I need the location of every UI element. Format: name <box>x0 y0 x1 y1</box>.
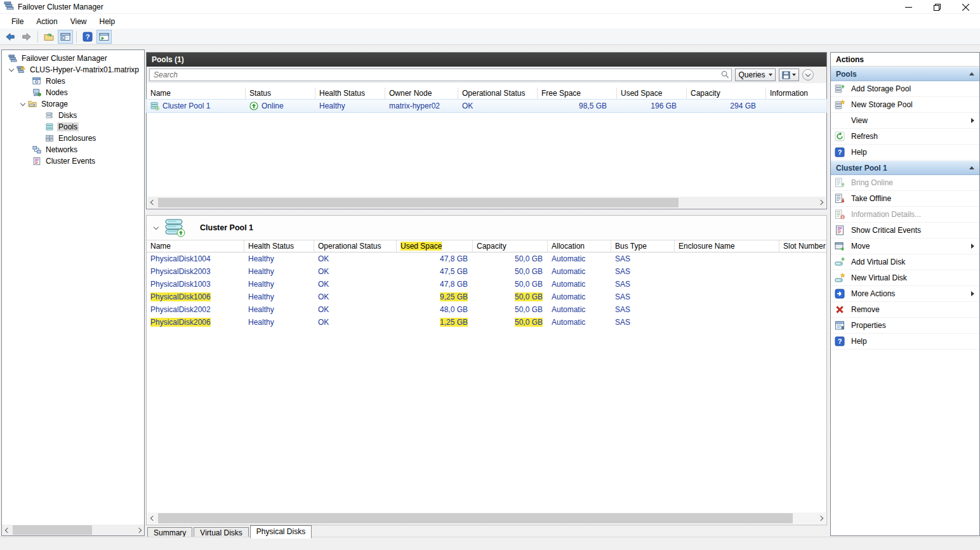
collapse-icon[interactable] <box>154 224 159 229</box>
export-list-button[interactable] <box>41 30 56 44</box>
column-header-bus-type[interactable]: Bus Type <box>611 240 675 252</box>
column-header-capacity[interactable]: Capacity <box>687 88 766 100</box>
scrollbar-thumb[interactable] <box>158 198 679 207</box>
action-help-pools[interactable]: ? Help <box>831 145 979 160</box>
tree-horizontal-scrollbar[interactable] <box>2 525 144 535</box>
tree-item-storage[interactable]: Storage <box>2 98 144 110</box>
pane-splitter[interactable] <box>146 209 827 215</box>
menu-help[interactable]: Help <box>93 15 122 28</box>
tree-item-cluster[interactable]: CLUS-Hyper-V-matrix01.matrixp <box>2 64 144 75</box>
console-tree-pane: Failover Cluster Manager CLUS-Hyper-V-ma… <box>1 49 145 536</box>
column-header-used-space[interactable]: Used Space <box>397 240 473 252</box>
physical-disk-row[interactable]: PhysicalDisk1003 Healthy OK 47,8 GB 50,0… <box>147 278 826 291</box>
queries-button[interactable]: Queries <box>735 69 776 81</box>
scrollbar-thumb[interactable] <box>158 513 793 523</box>
collapse-section-icon[interactable] <box>969 166 974 169</box>
column-header-health-status[interactable]: Health Status <box>315 88 385 100</box>
expander-icon[interactable] <box>9 66 14 71</box>
menu-file[interactable]: File <box>5 15 30 28</box>
physical-disk-row[interactable]: PhysicalDisk2002 Healthy OK 48,0 GB 50,0… <box>147 303 826 316</box>
physical-disk-row[interactable]: PhysicalDisk1004 Healthy OK 47,8 GB 50,0… <box>147 252 826 265</box>
tree-item-disks[interactable]: Disks <box>2 110 144 121</box>
action-label: Take Offline <box>851 194 974 203</box>
column-header-health-status[interactable]: Health Status <box>244 240 314 252</box>
show-action-pane-button[interactable] <box>96 30 112 44</box>
save-query-button[interactable] <box>779 69 799 81</box>
physical-disk-row[interactable]: PhysicalDisk2003 Healthy OK 47,5 GB 50,0… <box>147 265 826 278</box>
detail-horizontal-scrollbar[interactable] <box>147 513 826 524</box>
column-header-enclosure-name[interactable]: Enclosure Name <box>675 240 779 252</box>
menu-action[interactable]: Action <box>30 15 63 28</box>
tab-physical-disks[interactable]: Physical Disks <box>250 525 312 539</box>
tree-item-nodes[interactable]: Nodes <box>2 87 144 98</box>
close-button[interactable] <box>951 0 980 14</box>
results-pane: Pools (1) Queries Name Status <box>146 52 827 539</box>
action-refresh[interactable]: Refresh <box>831 129 979 145</box>
disk-operational: OK <box>314 252 397 265</box>
column-header-information[interactable]: Information <box>766 88 826 100</box>
tree-item-networks[interactable]: Networks <box>2 144 144 155</box>
column-header-name[interactable]: Name <box>147 88 246 100</box>
cluster-manager-icon <box>8 54 17 63</box>
action-more-actions[interactable]: More Actions <box>831 286 979 302</box>
nodes-icon <box>32 88 41 97</box>
search-input[interactable] <box>149 69 732 81</box>
column-header-free-space[interactable]: Free Space <box>538 88 617 100</box>
column-header-allocation[interactable]: Allocation <box>548 240 611 252</box>
tree-item-roles[interactable]: Roles <box>2 75 144 87</box>
actions-section-cluster-pool-1-label: Cluster Pool 1 <box>836 164 887 173</box>
action-add-storage-pool[interactable]: Add Storage Pool <box>831 81 979 97</box>
column-header-name[interactable]: Name <box>147 240 244 252</box>
collapse-section-icon[interactable] <box>969 72 974 75</box>
action-new-storage-pool[interactable]: New Storage Pool <box>831 97 979 113</box>
column-header-slot-number[interactable]: Slot Number <box>779 240 826 252</box>
tree-item-pools[interactable]: Pools <box>2 121 144 133</box>
action-remove[interactable]: Remove <box>831 302 979 318</box>
column-header-status[interactable]: Status <box>246 88 315 100</box>
action-new-virtual-disk[interactable]: New Virtual Disk <box>831 270 979 286</box>
scrollbar-thumb[interactable] <box>13 525 92 535</box>
disk-enclosure <box>675 252 779 265</box>
disk-bus-type: SAS <box>611 303 675 316</box>
action-label: New Virtual Disk <box>851 273 974 282</box>
scroll-left-icon[interactable] <box>147 516 158 520</box>
pool-row-cluster-pool-1[interactable]: Cluster Pool 1 Online Healthy matrix-hyp… <box>147 100 826 112</box>
help-button[interactable]: ? <box>80 30 95 44</box>
scroll-right-icon[interactable] <box>133 525 144 535</box>
column-header-operational-status[interactable]: Operational Status <box>458 88 538 100</box>
column-header-owner-node[interactable]: Owner Node <box>385 88 458 100</box>
scroll-right-icon[interactable] <box>815 197 826 208</box>
action-add-virtual-disk[interactable]: Add Virtual Disk <box>831 254 979 270</box>
scroll-right-icon[interactable] <box>815 516 826 520</box>
expand-search-options-button[interactable] <box>802 69 814 81</box>
action-properties[interactable]: Properties <box>831 318 979 334</box>
pools-horizontal-scrollbar[interactable] <box>147 197 826 208</box>
physical-disk-row-highlighted[interactable]: PhysicalDisk1006 Healthy OK 9,25 GB 50,0… <box>147 291 826 303</box>
expander-icon[interactable] <box>20 100 25 105</box>
column-header-used-space[interactable]: Used Space <box>617 88 687 100</box>
cluster-events-icon <box>32 157 41 166</box>
tree-item-root[interactable]: Failover Cluster Manager <box>2 53 144 64</box>
actions-section-cluster-pool-1[interactable]: Cluster Pool 1 <box>831 160 979 175</box>
action-move[interactable]: Move <box>831 239 979 254</box>
scroll-left-icon[interactable] <box>2 525 13 535</box>
pools-list-pane: Pools (1) Queries Name Status <box>146 52 827 209</box>
restore-button[interactable] <box>923 0 951 14</box>
scroll-left-icon[interactable] <box>147 197 158 208</box>
action-view[interactable]: View <box>831 113 979 129</box>
minimize-button[interactable] <box>894 0 923 14</box>
back-button[interactable] <box>3 30 18 44</box>
tree-item-enclosures[interactable]: Enclosures <box>2 133 144 144</box>
action-show-critical-events[interactable]: Show Critical Events <box>831 223 979 239</box>
action-take-offline[interactable]: Take Offline <box>831 191 979 207</box>
menu-view[interactable]: View <box>64 15 93 28</box>
show-console-tree-button[interactable] <box>58 30 73 44</box>
actions-section-pools[interactable]: Pools <box>831 67 979 81</box>
tree-item-cluster-events[interactable]: Cluster Events <box>2 155 144 167</box>
forward-button[interactable] <box>19 30 34 44</box>
action-label: Properties <box>851 321 974 330</box>
physical-disk-row-highlighted[interactable]: PhysicalDisk2006 Healthy OK 1,25 GB 50,0… <box>147 316 826 329</box>
column-header-capacity[interactable]: Capacity <box>473 240 548 252</box>
action-help-pool[interactable]: ? Help <box>831 334 979 350</box>
column-header-operational-status[interactable]: Operational Status <box>314 240 397 252</box>
